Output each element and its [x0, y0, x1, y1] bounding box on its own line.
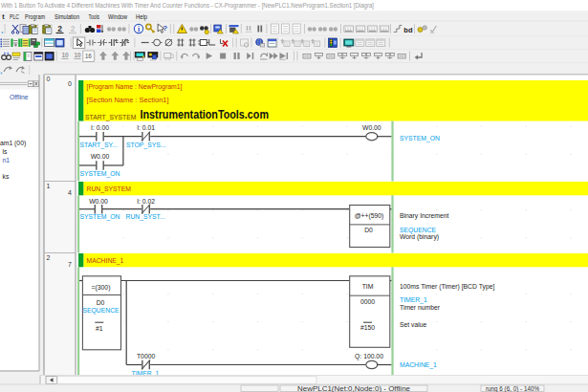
svg-text:ks: ks: [3, 173, 10, 180]
svg-text:2: 2: [57, 24, 62, 33]
svg-text:T0000: T0000: [137, 353, 155, 359]
svg-text:Simulation: Simulation: [54, 13, 79, 20]
svg-text:?: ?: [163, 24, 167, 33]
svg-text:SYSTEM_ON: SYSTEM_ON: [80, 170, 120, 178]
svg-text:10: 10: [61, 52, 69, 58]
svg-text:SYSTEM_ON: SYSTEM_ON: [400, 135, 440, 142]
svg-text:I: 0.00: I: 0.00: [91, 124, 109, 131]
svg-text:I: 0.01: I: 0.01: [137, 124, 155, 131]
svg-text:4: 4: [68, 189, 72, 196]
svg-text:Program: Program: [25, 13, 45, 21]
svg-text:n1: n1: [3, 157, 11, 163]
svg-text:[Program Name : NewProgram1]: [Program Name : NewProgram1]: [87, 83, 183, 91]
svg-text:am1 (00): am1 (00): [0, 140, 26, 147]
svg-text:Word (binary): Word (binary): [400, 233, 439, 241]
svg-text:RUN_SYST...: RUN_SYST...: [126, 213, 165, 221]
svg-text:100ms Timer (Timer) [BCD Type]: 100ms Timer (Timer) [BCD Type]: [400, 283, 494, 291]
svg-text:D0: D0: [364, 227, 373, 233]
svg-text:MACHINE_1: MACHINE_1: [400, 361, 437, 369]
svg-text:SYSTEM_ON: SYSTEM_ON: [80, 213, 120, 221]
svg-text:10: 10: [74, 52, 81, 58]
svg-text:Binary Increment: Binary Increment: [400, 212, 448, 220]
svg-text:MACHINE_1: MACHINE_1: [87, 257, 124, 265]
svg-text:Window: Window: [108, 13, 128, 20]
svg-text:ls: ls: [3, 148, 9, 155]
svg-text:#150: #150: [360, 324, 375, 331]
svg-text:With 1 Button To Activate 4 Di: With 1 Button To Activate 4 Different Ma…: [1, 2, 374, 10]
svg-text:0: 0: [68, 80, 72, 87]
svg-text:Q: 100.00: Q: 100.00: [355, 353, 383, 360]
svg-text:START_SYSTEM: START_SYSTEM: [85, 114, 137, 121]
svg-text:#1: #1: [96, 325, 103, 332]
svg-text:rung 6 (6, 0) - 140%: rung 6 (6, 0) - 140%: [486, 385, 539, 392]
svg-text:1: 1: [47, 183, 51, 189]
svg-text:D0: D0: [97, 299, 105, 306]
svg-text:2: 2: [47, 254, 51, 261]
svg-text:RUN_SYSTEM: RUN_SYSTEM: [87, 185, 132, 193]
svg-text:bd: bd: [403, 26, 413, 34]
svg-text:PLC: PLC: [10, 13, 19, 20]
svg-text:START_SY...: START_SY...: [80, 142, 118, 149]
svg-text:W0.00: W0.00: [362, 124, 381, 131]
svg-text:SEQUENCE: SEQUENCE: [82, 307, 120, 315]
svg-text:2: 2: [71, 24, 76, 33]
svg-text:I: 0.02: I: 0.02: [137, 198, 155, 205]
svg-text:NewPLC1(Net:0,Node:0) - Offlin: NewPLC1(Net:0,Node:0) - Offline: [297, 385, 410, 392]
svg-text:[Section Name : Section1]: [Section Name : Section1]: [87, 97, 169, 104]
svg-text:W0.00: W0.00: [89, 198, 108, 205]
svg-text:Set value: Set value: [400, 321, 427, 328]
svg-text:W0.00: W0.00: [91, 153, 110, 160]
svg-text:Timer number: Timer number: [400, 304, 441, 311]
svg-text:@++(590): @++(590): [355, 212, 384, 220]
svg-text:Tools: Tools: [89, 13, 100, 20]
svg-text:0000: 0000: [360, 298, 375, 305]
svg-text:InstrumentationTools.com: InstrumentationTools.com: [141, 108, 270, 121]
svg-text:7: 7: [68, 261, 72, 268]
svg-text:STOP_SYS...: STOP_SYS...: [126, 142, 166, 149]
svg-text:16: 16: [85, 53, 93, 59]
svg-text:TIM: TIM: [362, 283, 374, 290]
svg-text:t: t: [2, 13, 5, 20]
svg-text:Help: Help: [136, 13, 147, 21]
svg-text:Offline: Offline: [10, 94, 29, 100]
svg-text:=(300): =(300): [92, 284, 111, 292]
svg-text:0: 0: [47, 76, 51, 82]
